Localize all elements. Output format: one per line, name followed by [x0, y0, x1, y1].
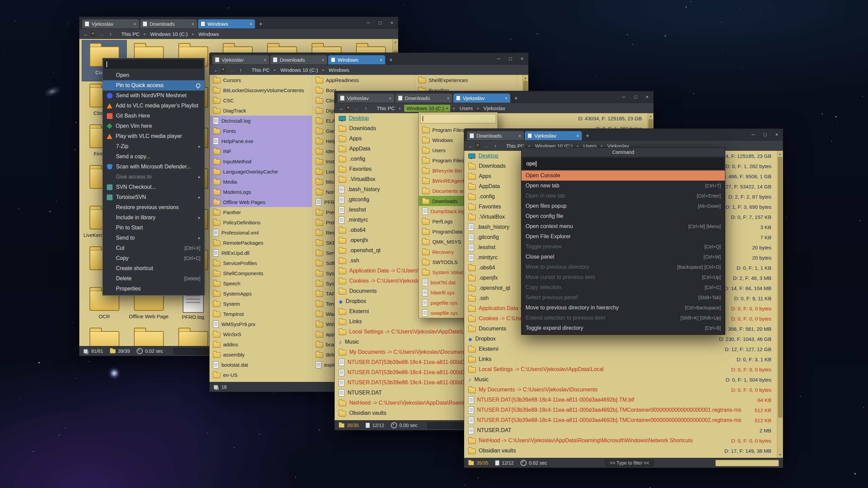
forward-button[interactable]: →	[98, 31, 104, 37]
window-minimize-button[interactable]: ─	[497, 56, 500, 61]
command-item-open-context-menu[interactable]: Open context menu[Ctrl+M] [Menu]	[521, 221, 725, 231]
tab-close-icon[interactable]: ×	[576, 133, 579, 139]
menu-item-restore-previous-versions[interactable]: Restore previous versions	[103, 202, 204, 212]
menu-item-7-zip[interactable]: 7-Zip▸	[103, 141, 204, 151]
breadcrumb-item-this-pc[interactable]: This PC	[375, 105, 396, 112]
file-row-ntuser-dat-53b39e88-18c4-11ea-a811-000d3[interactable]: NTUSER.DAT{53b39e88-18c4-11ea-a811-000d3…	[464, 415, 783, 425]
breadcrumb-item-windows[interactable]: Windows	[197, 30, 220, 38]
window-close-button[interactable]: ×	[775, 132, 778, 137]
menu-item-delete[interactable]: Delete[Delete]	[103, 273, 204, 284]
new-tab-button[interactable]: +	[583, 131, 592, 140]
file-row-media[interactable]: Media	[210, 177, 312, 187]
file-row-shellcomponents[interactable]: ShellComponents	[210, 268, 312, 278]
file-row-shellexperiences[interactable]: ShellExperiences	[415, 75, 517, 85]
command-item-open-new-tab[interactable]: Open new tab[Ctrl+T]	[521, 181, 725, 191]
breadcrumb-item-windows[interactable]: Windows	[327, 66, 351, 74]
grid-item-policydefinitions[interactable]: PolicyDefinitions	[82, 325, 126, 346]
tab-close-icon[interactable]: ×	[322, 57, 324, 63]
command-search-input[interactable]: ope	[523, 158, 723, 169]
scroll-up-arrow-icon[interactable]: ▲	[393, 39, 398, 45]
menu-item-create-shortcut[interactable]: Create shortcut	[103, 263, 204, 273]
forward-button[interactable]: →	[228, 67, 235, 73]
tab-close-icon[interactable]: ×	[134, 21, 136, 27]
breadcrumb-item-windows-10-c[interactable]: Windows 10 (C:)	[149, 30, 189, 38]
up-button[interactable]: ↑	[492, 143, 499, 149]
command-item-extend-selection-to-previous-item[interactable]: Extend selection to previous item[Shift+…	[521, 313, 725, 323]
file-row-eksterni[interactable]: EksterniD: 12, F: 127, 12 GB	[464, 344, 783, 354]
file-row-assembly[interactable]: assembly	[210, 349, 312, 360]
breadcrumb-item-this-pc[interactable]: This PC	[120, 30, 141, 38]
grid-item-prefetch[interactable]: Prefetch	[126, 325, 171, 346]
file-row-remotepackages[interactable]: RemotePackages	[210, 238, 312, 248]
command-item-toggle-expand-directory[interactable]: Toggle expand directory[Ctrl+B]	[521, 323, 725, 333]
window-maximize-button[interactable]: □	[379, 20, 381, 25]
tab-close-icon[interactable]: ×	[505, 96, 508, 101]
file-row-nethood-c-users-vjekoslav-appdata-roamin[interactable]: NetHood -> C:\Users\Vjekoslav\AppData\Ro…	[464, 435, 783, 446]
history-dropdown-icon[interactable]: ▾	[476, 143, 480, 148]
command-item-open-config-file[interactable]: Open config file	[521, 211, 725, 221]
up-button[interactable]: ↑	[107, 31, 114, 37]
file-row-bitlockerdiscoveryvolumecontents[interactable]: BitLockerDiscoveryVolumeContents	[210, 85, 312, 95]
status-filter-field[interactable]	[715, 460, 779, 466]
file-row-fonts[interactable]: Fonts	[210, 126, 312, 136]
tab-close-icon[interactable]: ×	[518, 133, 521, 139]
history-dropdown-icon[interactable]: ▾	[91, 31, 95, 37]
command-item-open-file-explorer[interactable]: Open File Explorer	[521, 231, 725, 242]
menu-item-svn-checkout[interactable]: SVN Checkout...	[103, 182, 204, 192]
file-row-serviceprofiles[interactable]: ServiceProfiles	[210, 258, 312, 268]
back-button[interactable]: ←	[338, 105, 345, 111]
command-item-copy-selection[interactable]: Copy selection[Ctrl+C]	[521, 282, 725, 292]
tab-downloads[interactable]: Downloads×	[140, 19, 197, 28]
scroll-up-arrow-icon[interactable]: ▲	[777, 151, 783, 157]
file-row-inputmethod[interactable]: InputMethod	[210, 156, 312, 166]
forward-button[interactable]: →	[353, 105, 360, 111]
window-maximize-button[interactable]: □	[509, 56, 512, 61]
file-row-systemapps[interactable]: SystemApps	[210, 288, 312, 299]
command-item-open-files-popup[interactable]: Open files popup[Alt+Down]	[521, 201, 725, 211]
menu-item-send-with-nordvpn-meshnet[interactable]: Send with NordVPN Meshnet	[103, 90, 204, 101]
up-button[interactable]: ↑	[362, 105, 369, 111]
file-row-my-documents-c-users-vjekoslav-documents[interactable]: My Documents -> C:\Users\Vjekoslav\Docum…	[464, 385, 783, 395]
file-row-bootstat-dat[interactable]: bootstat.dat	[210, 360, 312, 370]
file-row-addins[interactable]: addins	[210, 339, 312, 349]
file-row-local-settings-c-users-vjekoslav-appdata[interactable]: Local Settings -> C:\Users\Vjekoslav\App…	[464, 364, 783, 374]
file-row-helppane-exe[interactable]: HelpPane.exe	[210, 136, 312, 146]
tab-vjekoslav[interactable]: Vjekoslav×	[82, 19, 139, 28]
tab-close-icon[interactable]: ×	[250, 21, 252, 27]
window-minimize-button[interactable]: ─	[367, 20, 370, 25]
command-item-toggle-preview[interactable]: Toggle preview[Ctrl+Q]	[521, 242, 725, 252]
history-dropdown-icon[interactable]: ▾	[221, 67, 225, 73]
up-button[interactable]: ↑	[237, 67, 244, 73]
window-close-button[interactable]: ×	[521, 56, 524, 61]
breadcrumb-item-windows-10-c[interactable]: Windows 10 (C:)▾	[404, 105, 450, 112]
tab-downloads[interactable]: Downloads×	[270, 55, 327, 64]
command-item-select-previous-panel[interactable]: Select previous panel[Shift+Tab]	[521, 292, 725, 303]
breadcrumb-item-windows-10-c[interactable]: Windows 10 (C:)	[279, 66, 319, 74]
menu-item-send-to[interactable]: Send to▸	[103, 233, 204, 243]
command-item-open-console[interactable]: Open Console	[521, 170, 725, 181]
window-minimize-button[interactable]: ─	[751, 132, 755, 137]
command-item-move-to-previous-directory[interactable]: Move to previous directory[Backspace] [C…	[521, 262, 725, 272]
window-close-button[interactable]: ×	[646, 94, 649, 100]
breadcrumb-item-this-pc[interactable]: This PC	[250, 66, 271, 74]
file-row-ntuser-dat[interactable]: NTUSER.DAT2 MB	[464, 425, 783, 435]
file-row-dtcinstall-log[interactable]: DtcInstall.log	[210, 116, 312, 126]
command-item-move-to-previous-directory-in-hierarchy[interactable]: Move to previous directory in hierarchy[…	[521, 303, 725, 313]
window-close-button[interactable]: ×	[391, 20, 393, 25]
tab-close-icon[interactable]: ×	[192, 21, 194, 27]
command-item-move-cursor-to-previous-item[interactable]: Move cursor to previous item[Ctrl+Up]	[521, 272, 725, 282]
scroll-up-arrow-icon[interactable]: ▲	[648, 113, 653, 119]
tab-close-icon[interactable]: ×	[380, 57, 382, 63]
history-dropdown-icon[interactable]: ▾	[346, 105, 350, 111]
menu-item-cut[interactable]: Cut[Ctrl+X]	[103, 243, 204, 253]
menu-item-open-vim-here[interactable]: Open Vim here	[103, 121, 204, 131]
menu-item-copy[interactable]: Copy[Ctrl+C]	[103, 253, 204, 263]
file-row-diagtrack[interactable]: DiagTrack	[210, 105, 312, 116]
new-tab-button[interactable]: +	[256, 19, 265, 28]
file-row-winsxs[interactable]: WinSxS	[210, 329, 312, 339]
tab-close-icon[interactable]: ×	[389, 96, 392, 101]
file-row-music[interactable]: ♪MusicD: 0, F: 1, 504 bytes	[464, 374, 783, 385]
tab-downloads[interactable]: Downloads×	[467, 131, 524, 140]
back-button[interactable]: ←	[83, 31, 90, 37]
breadcrumb-item-users[interactable]: Users	[458, 105, 474, 112]
